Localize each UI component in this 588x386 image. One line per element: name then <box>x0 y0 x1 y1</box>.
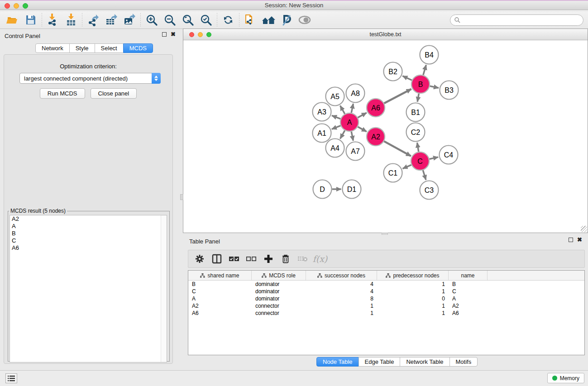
zoom-fit-icon[interactable] <box>179 13 197 27</box>
task-history-button[interactable] <box>5 373 17 383</box>
run-mcds-button[interactable]: Run MCDS <box>40 88 85 99</box>
edge-A-A7[interactable] <box>351 132 353 141</box>
home-icon[interactable] <box>259 13 277 27</box>
edge-A-A5[interactable] <box>340 105 345 114</box>
delete-icon[interactable] <box>278 252 293 266</box>
list-item[interactable]: C <box>10 237 167 244</box>
node-A6[interactable]: A6 <box>367 99 385 117</box>
node-B1[interactable]: B1 <box>406 103 425 122</box>
table-row[interactable]: A2connector11A2 <box>188 302 584 310</box>
close-panel-icon[interactable]: ✖ <box>171 32 176 37</box>
table-row[interactable]: A6connector11A6 <box>188 310 584 317</box>
unselect-all-icon[interactable] <box>244 252 259 266</box>
table-row[interactable]: Adominator80A <box>188 295 584 302</box>
zoom-in-icon[interactable] <box>143 13 161 27</box>
edge-A-A3[interactable] <box>332 115 340 119</box>
node-C1[interactable]: C1 <box>384 164 402 182</box>
edge-B-B4[interactable] <box>423 65 426 75</box>
zoom-selected-icon[interactable] <box>197 13 215 27</box>
gear-icon[interactable] <box>192 252 207 266</box>
mcds-result-list[interactable]: A2 A B C A6 <box>10 215 167 362</box>
save-session-icon[interactable] <box>22 13 40 27</box>
add-column-icon[interactable] <box>261 252 276 266</box>
edge-A-A4[interactable] <box>340 130 345 138</box>
node-A4[interactable]: A4 <box>326 139 344 157</box>
network-window-titlebar[interactable]: testGlobe.txt <box>183 29 588 40</box>
network-canvas[interactable]: B4B2BB3A5A8A6A3B1AA1C2A2A4A7C4CC1C3DD1 <box>184 41 587 233</box>
column-header-predecessor-nodes[interactable]: predecessor nodes <box>377 271 449 280</box>
list-item[interactable]: A <box>10 223 167 230</box>
edge-B-B1[interactable] <box>417 94 419 102</box>
list-item[interactable]: A2 <box>10 215 167 223</box>
edge-B-B3[interactable] <box>430 86 439 88</box>
column-header-name[interactable]: name <box>449 271 488 280</box>
node-B3[interactable]: B3 <box>440 81 459 100</box>
edge-C-C4[interactable] <box>429 157 438 159</box>
tab-network-table[interactable]: Network Table <box>400 357 449 367</box>
hide-panel-icon[interactable] <box>277 13 296 27</box>
node-A3[interactable]: A3 <box>313 103 331 121</box>
delete-table-icon[interactable] <box>295 252 311 266</box>
open-file-icon[interactable] <box>4 13 22 27</box>
list-item[interactable]: A6 <box>10 244 167 252</box>
columns-icon[interactable] <box>209 252 225 266</box>
node-C3[interactable]: C3 <box>420 181 439 200</box>
birdseye-icon[interactable] <box>296 13 314 27</box>
resize-grip-icon[interactable] <box>581 226 587 232</box>
memory-button[interactable]: Memory <box>547 373 584 383</box>
float-panel-icon[interactable] <box>162 32 167 37</box>
node-C4[interactable]: C4 <box>440 146 458 164</box>
edge-A-A6[interactable] <box>358 113 366 118</box>
edge-C-C1[interactable] <box>403 165 411 168</box>
edge-A-A8[interactable] <box>351 104 353 113</box>
node-C2[interactable]: C2 <box>406 123 425 142</box>
tab-network[interactable]: Network <box>35 43 70 53</box>
edge-A-A2[interactable] <box>358 127 366 132</box>
tab-motifs[interactable]: Motifs <box>449 357 478 367</box>
edge-C-C3[interactable] <box>423 170 426 180</box>
tab-mcds[interactable]: MCDS <box>123 43 153 53</box>
edge-A-A1[interactable] <box>332 126 341 129</box>
optimization-criterion-select[interactable]: largest connected component (directed) <box>19 73 161 84</box>
node-D1[interactable]: D1 <box>343 180 361 199</box>
import-table-icon[interactable] <box>62 13 80 27</box>
tab-style[interactable]: Style <box>69 43 95 53</box>
tab-select[interactable]: Select <box>95 43 124 53</box>
node-A2[interactable]: A2 <box>367 128 385 146</box>
export-network-icon[interactable] <box>84 13 102 27</box>
close-panel-button[interactable]: Close panel <box>91 88 137 99</box>
node-A8[interactable]: A8 <box>346 84 365 103</box>
refresh-icon[interactable] <box>219 13 237 27</box>
scrollbar[interactable] <box>161 215 167 362</box>
edge-A6-B[interactable] <box>384 89 411 104</box>
search-input[interactable] <box>461 17 583 24</box>
node-A1[interactable]: A1 <box>313 124 331 143</box>
import-network-icon[interactable] <box>44 13 62 27</box>
node-B[interactable]: B <box>411 75 430 93</box>
select-all-icon[interactable] <box>226 252 242 266</box>
splitpane-divider-vertical[interactable] <box>180 194 183 200</box>
edge-A2-C[interactable] <box>384 141 411 156</box>
column-header-successor-nodes[interactable]: successor nodes <box>306 271 377 280</box>
float-panel-icon[interactable] <box>569 238 573 242</box>
node-A7[interactable]: A7 <box>346 142 365 161</box>
export-image-icon[interactable] <box>120 13 139 27</box>
tab-node-table[interactable]: Node Table <box>316 357 359 367</box>
node-B2[interactable]: B2 <box>384 62 402 81</box>
close-panel-icon[interactable]: ✖ <box>577 238 582 242</box>
clone-network-icon[interactable] <box>241 13 259 27</box>
column-header-shared-name[interactable]: shared name <box>188 271 252 280</box>
node-D[interactable]: D <box>313 180 332 199</box>
node-A5[interactable]: A5 <box>326 87 344 106</box>
column-header-mcds-role[interactable]: MCDS role <box>252 271 306 280</box>
export-table-icon[interactable] <box>102 13 120 27</box>
edge-C-C2[interactable] <box>417 143 419 152</box>
edge-B-B2[interactable] <box>402 76 412 80</box>
node-C[interactable]: C <box>411 152 429 170</box>
list-item[interactable]: B <box>10 230 167 237</box>
node-B4[interactable]: B4 <box>420 46 439 64</box>
function-builder-icon[interactable]: f(x) <box>312 252 328 266</box>
toolbar-search[interactable] <box>450 14 583 26</box>
table-row[interactable]: Cdominator41C <box>188 288 584 295</box>
table-row[interactable]: Bdominator41B <box>188 281 584 288</box>
